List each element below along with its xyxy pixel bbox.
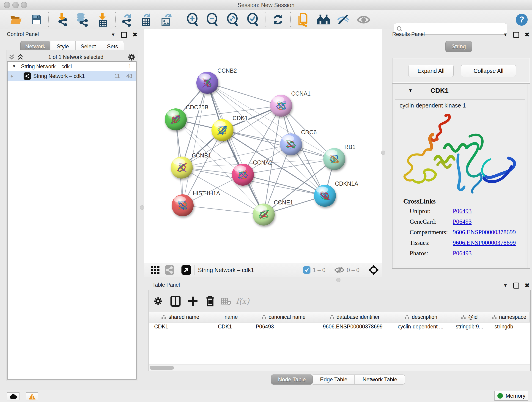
network-label: String Network – cdk1 <box>33 73 85 79</box>
network-collection-row[interactable]: ▼ String Network – cdk1 1 <box>7 62 136 71</box>
network-node-hist1h1a[interactable]: HIST1H1A <box>172 190 220 216</box>
node-table[interactable]: shared namename canonical name database … <box>149 312 530 364</box>
tab-string[interactable]: String <box>445 41 472 52</box>
panel-menu-icon[interactable]: ▼ <box>503 283 508 288</box>
import-network-database-icon[interactable] <box>75 13 88 26</box>
export-table-icon[interactable] <box>139 13 152 26</box>
import-network-file-icon[interactable] <box>56 13 69 26</box>
first-neighbors-icon[interactable] <box>317 13 330 26</box>
expand-all-icon[interactable] <box>17 54 24 60</box>
column-header-description[interactable]: description <box>392 312 450 322</box>
network-options-gear-icon[interactable] <box>128 53 136 61</box>
show-all-icon[interactable] <box>357 13 370 26</box>
panel-close-icon[interactable]: ✖ <box>525 282 530 289</box>
column-header-namespace[interactable]: namespace <box>489 312 530 322</box>
help-icon[interactable]: ? <box>515 13 528 26</box>
panel-float-icon[interactable] <box>513 283 519 288</box>
birdseye-view-icon[interactable] <box>181 265 191 275</box>
network-edge[interactable] <box>183 205 264 215</box>
zoom-selected-icon[interactable] <box>246 13 259 26</box>
collapse-all-button[interactable]: Collapse All <box>461 65 516 77</box>
table-cell[interactable]: CDK1 <box>218 324 249 330</box>
expand-all-button[interactable]: Expand All <box>408 65 454 77</box>
tab-node-table[interactable]: Node Table <box>271 375 313 385</box>
fit-selection-crosshair-icon[interactable] <box>368 265 379 275</box>
network-node-ccna1[interactable]: CCNA1 <box>270 90 311 117</box>
crosslink-genecard-link[interactable]: P06493 <box>453 218 472 225</box>
clone-network-icon[interactable] <box>297 13 310 26</box>
selected-nodes-checkbox[interactable] <box>303 266 310 274</box>
show-columns-icon[interactable] <box>170 295 181 307</box>
zoom-in-icon[interactable] <box>186 13 199 26</box>
horizontal-splitter-handle[interactable] <box>336 278 341 282</box>
protein-structure-image <box>401 114 520 196</box>
network-edge[interactable] <box>207 83 281 106</box>
add-column-icon[interactable] <box>187 295 198 307</box>
column-header-shared-name[interactable]: shared name <box>149 312 212 322</box>
cloud-button[interactable] <box>7 392 19 400</box>
network-node-cdk1[interactable]: CDK1 <box>211 115 248 141</box>
table-cell[interactable]: cyclin-dependent ... <box>398 324 449 330</box>
tab-network-table[interactable]: Network Table <box>355 375 405 385</box>
panel-float-icon[interactable] <box>121 32 127 38</box>
column-header-name[interactable]: name <box>212 312 250 322</box>
table-hscrollbar-track[interactable] <box>149 365 530 370</box>
zoom-fit-icon[interactable] <box>226 13 239 26</box>
crosslink-pharos-link[interactable]: P06493 <box>453 250 472 257</box>
hide-selected-icon[interactable] <box>337 13 350 26</box>
table-options-gear-icon[interactable] <box>152 295 164 307</box>
column-header--id[interactable]: @id <box>450 312 489 322</box>
table-cell[interactable]: CDK1 <box>154 324 211 330</box>
hidden-counts: 0 – 0 <box>347 267 360 274</box>
network-edge[interactable] <box>222 130 334 159</box>
table-cell[interactable]: 9606.ENSP00000378699 <box>323 324 391 330</box>
refresh-icon[interactable] <box>271 13 285 26</box>
panel-close-icon[interactable]: ✖ <box>133 31 138 38</box>
tab-edge-table[interactable]: Edge Table <box>313 375 355 385</box>
network-node-ccnb1[interactable]: CCNB1 <box>171 152 211 179</box>
grid-view-icon[interactable] <box>150 265 160 275</box>
import-table-icon[interactable] <box>96 13 109 26</box>
crosslink-compartments-link[interactable]: 9606.ENSP00000378699 <box>453 229 516 236</box>
current-network-dot: ● <box>10 74 13 79</box>
network-overview-icon[interactable] <box>165 265 175 275</box>
delete-column-icon[interactable] <box>205 295 215 307</box>
network-node-rb1[interactable]: RB1 <box>323 144 355 170</box>
network-node-cdkn1a[interactable]: CDKN1A <box>314 180 358 207</box>
column-header-canonical-name[interactable]: canonical name <box>250 312 317 322</box>
cdk1-section-header[interactable]: ▼ CDK1 <box>392 83 530 98</box>
table-cell[interactable]: P06493 <box>256 324 316 330</box>
warnings-button[interactable] <box>26 392 38 400</box>
node-label-ccnb2: CCNB2 <box>217 67 237 74</box>
table-hscrollbar-thumb[interactable] <box>150 366 174 370</box>
export-image-icon[interactable] <box>160 13 173 26</box>
panel-menu-icon[interactable]: ▼ <box>111 32 115 37</box>
network-node-cdc25b[interactable]: CDC25B <box>165 104 209 130</box>
right-splitter-handle[interactable] <box>381 151 385 155</box>
crosslink-uniprot-link[interactable]: P06493 <box>453 208 472 215</box>
column-header-database-identifier[interactable]: database identifier <box>317 312 392 322</box>
zoom-out-icon[interactable] <box>206 13 219 26</box>
results-scrollbar-track[interactable] <box>527 84 527 268</box>
panel-menu-icon[interactable]: ▼ <box>503 32 508 37</box>
network-edge[interactable] <box>183 83 207 205</box>
table-cell[interactable]: stringdb <box>494 324 528 330</box>
tree-expander-icon[interactable]: ▼ <box>12 64 16 69</box>
open-session-icon[interactable] <box>9 13 23 26</box>
export-network-icon[interactable] <box>120 13 133 26</box>
collapse-all-icon[interactable] <box>8 54 15 60</box>
memory-button[interactable]: Memory <box>494 391 528 401</box>
hidden-elements-icon <box>334 266 344 274</box>
crosslink-tissues-link[interactable]: 9606.ENSP00000378699 <box>453 239 516 246</box>
panel-float-icon[interactable] <box>513 32 519 38</box>
table-panel-title: Table Panel <box>152 282 180 288</box>
save-session-icon[interactable] <box>30 13 43 26</box>
network-row-selected[interactable]: ● String Network – cdk1 11 48 <box>7 71 136 81</box>
network-selected-status: 1 of 1 Network selected <box>24 54 128 60</box>
network-canvas[interactable]: CCNB2CCNA1CDC25BCDK1CDC6RB1CCNB1CCNA2CDK… <box>144 29 382 263</box>
panel-close-icon[interactable]: ✖ <box>525 31 530 38</box>
table-cell[interactable]: stringdb:9... <box>456 324 488 330</box>
node-label-ccnb1: CCNB1 <box>192 152 211 159</box>
section-expander-icon[interactable]: ▼ <box>408 88 413 93</box>
left-splitter-handle[interactable] <box>140 205 144 210</box>
